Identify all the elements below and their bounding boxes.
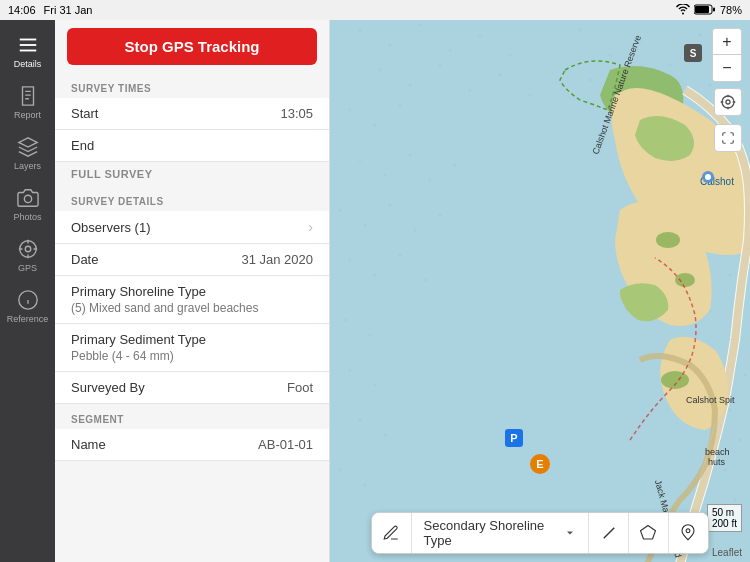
observers-label: Observers (1): [71, 220, 150, 235]
svg-point-98: [686, 529, 690, 533]
svg-point-68: [724, 469, 727, 472]
svg-rect-1: [695, 6, 709, 13]
svg-point-77: [364, 484, 367, 487]
sidebar-item-gps[interactable]: GPS: [0, 230, 55, 281]
expand-button[interactable]: [714, 124, 742, 152]
draw-button[interactable]: [372, 513, 412, 553]
svg-point-66: [729, 409, 732, 412]
chevron-right-icon: ›: [308, 219, 313, 235]
svg-point-79: [675, 273, 695, 287]
svg-point-23: [499, 74, 502, 77]
surveyed-by-row: Surveyed By Foot: [55, 372, 329, 404]
sidebar-item-photos[interactable]: Photos: [0, 179, 55, 230]
svg-point-96: [722, 96, 734, 108]
map-scale: 50 m 200 ft: [707, 504, 742, 532]
primary-sediment-label: Primary Sediment Type: [71, 332, 313, 347]
segment-name-row: Name AB-01-01: [55, 429, 329, 461]
svg-point-7: [25, 246, 31, 252]
svg-point-28: [579, 29, 582, 32]
polygon-tool-button[interactable]: [629, 513, 669, 553]
gps-icon: [17, 238, 39, 260]
scale-line2: 200 ft: [712, 518, 737, 529]
svg-point-32: [699, 34, 702, 37]
svg-point-74: [359, 419, 362, 422]
battery-percent: 78%: [720, 4, 742, 16]
svg-point-78: [656, 232, 680, 248]
list-icon: [17, 34, 39, 56]
wifi-icon: [676, 4, 690, 17]
svg-point-72: [349, 369, 352, 372]
svg-point-44: [454, 164, 457, 167]
svg-point-94: [705, 174, 711, 180]
svg-point-67: [739, 439, 742, 442]
marker-s: S: [684, 44, 702, 62]
secondary-shoreline-dropdown[interactable]: Secondary Shoreline Type: [412, 513, 590, 553]
polygon-icon: [639, 524, 657, 542]
svg-point-47: [389, 204, 392, 207]
svg-point-26: [374, 124, 377, 127]
camera-icon: [17, 187, 39, 209]
stop-gps-button[interactable]: Stop GPS Tracking: [67, 28, 317, 65]
leaflet-credit: Leaflet: [712, 547, 742, 558]
svg-rect-2: [713, 7, 715, 11]
expand-icon: [721, 131, 735, 145]
svg-point-95: [726, 100, 730, 104]
svg-point-27: [399, 104, 402, 107]
svg-point-29: [609, 54, 612, 57]
sidebar-item-report[interactable]: Report: [0, 77, 55, 128]
scale-line1: 50 m: [712, 507, 737, 518]
battery-icon: [694, 4, 716, 17]
zoom-in-button[interactable]: +: [713, 29, 741, 55]
svg-line-97: [603, 528, 614, 539]
svg-point-52: [399, 254, 402, 257]
sidebar-item-layers[interactable]: Layers: [0, 128, 55, 179]
surveyed-by-value: Foot: [287, 380, 313, 395]
svg-point-40: [359, 159, 362, 162]
svg-point-6: [24, 195, 31, 202]
panel-header: Stop GPS Tracking: [55, 20, 329, 73]
status-bar: 14:06 Fri 31 Jan 78%: [0, 0, 750, 20]
svg-point-49: [439, 214, 442, 217]
primary-shoreline-value: (5) Mixed sand and gravel beaches: [71, 301, 313, 315]
svg-point-61: [729, 274, 732, 277]
date-row: Date 31 Jan 2020: [55, 244, 329, 276]
marker-p: P: [505, 429, 523, 447]
svg-rect-5: [19, 50, 36, 52]
svg-point-75: [384, 434, 387, 437]
svg-point-41: [384, 174, 387, 177]
svg-point-21: [439, 64, 442, 67]
svg-point-46: [364, 224, 367, 227]
sidebar-item-photos-label: Photos: [13, 212, 41, 222]
pin-icon: [679, 524, 697, 542]
marker-e: E: [530, 454, 550, 474]
svg-point-20: [409, 84, 412, 87]
sidebar-item-reference-label: Reference: [7, 314, 49, 324]
svg-point-22: [469, 89, 472, 92]
map-area[interactable]: Calshot Marine Nature Reserve Jack Mayna…: [330, 20, 750, 562]
sidebar-item-details[interactable]: Details: [0, 26, 55, 77]
locate-icon: [720, 94, 736, 110]
svg-rect-4: [19, 44, 36, 46]
icon-sidebar: Details Report Layers Photos GPS Referen…: [0, 20, 55, 562]
svg-point-65: [744, 374, 747, 377]
svg-point-34: [589, 79, 592, 82]
primary-sediment-value: Pebble (4 - 64 mm): [71, 349, 313, 363]
svg-text:huts: huts: [708, 457, 726, 467]
svg-point-15: [419, 24, 422, 27]
report-icon: [17, 85, 39, 107]
svg-rect-3: [19, 39, 36, 41]
secondary-shoreline-label: Secondary Shoreline Type: [424, 518, 559, 548]
date-label: Date: [71, 252, 98, 267]
zoom-out-button[interactable]: −: [713, 55, 741, 81]
pin-tool-button[interactable]: [669, 513, 708, 553]
primary-sediment-row: Primary Sediment Type Pebble (4 - 64 mm): [55, 324, 329, 372]
svg-point-69: [734, 499, 737, 502]
details-panel: Stop GPS Tracking SURVEY TIMES Start 13:…: [55, 20, 330, 562]
sidebar-item-reference[interactable]: Reference: [0, 281, 55, 332]
sidebar-item-layers-label: Layers: [14, 161, 41, 171]
locate-button[interactable]: [714, 88, 742, 116]
segment-name-label: Name: [71, 437, 106, 452]
line-tool-button[interactable]: [589, 513, 629, 553]
svg-point-19: [379, 69, 382, 72]
observers-row[interactable]: Observers (1) ›: [55, 211, 329, 244]
